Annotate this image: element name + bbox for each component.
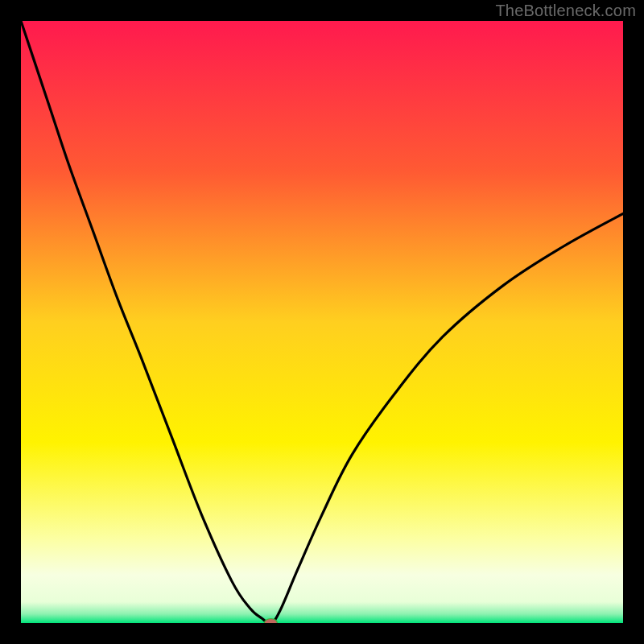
watermark-text: TheBottleneck.com [495,2,636,20]
chart-background [21,21,623,623]
bottleneck-chart [21,21,623,623]
chart-frame [21,21,623,623]
